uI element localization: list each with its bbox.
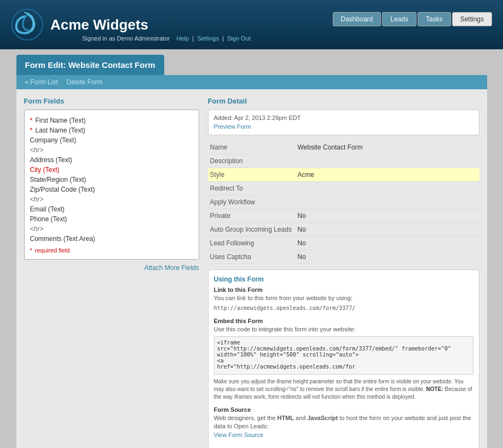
detail-label-description: Description (208, 154, 296, 168)
field-city: City (Text) (30, 165, 193, 175)
field-company: Company (Text) (30, 135, 193, 145)
detail-label-private: Private (208, 209, 296, 223)
breadcrumb-delete[interactable]: Delete Form (67, 78, 103, 86)
settings-link[interactable]: Settings (197, 35, 219, 42)
content-area: Form Fields * First Name (Text) * Last N… (16, 89, 487, 448)
user-info: Signed in as Demo Administrator Help | S… (82, 35, 251, 42)
detail-value-style: Acme (296, 168, 479, 182)
detail-row-private: Private No (208, 209, 479, 223)
app-title: Acme Widgets (50, 16, 148, 33)
detail-value-redirect (296, 182, 479, 196)
link-section-desc: You can link to this form from your webs… (214, 294, 473, 302)
detail-value-workflow (296, 196, 479, 209)
detail-value-description (296, 154, 479, 168)
using-form-title: Using this Form (214, 275, 473, 283)
embed-section: Embed this Form Use this code to integra… (214, 318, 473, 400)
attach-more: Attach More Fields (24, 264, 199, 272)
attach-more-link[interactable]: Attach More Fields (144, 264, 199, 272)
using-form-box: Using this Form Link to this Form You ca… (208, 269, 479, 448)
detail-row-workflow: Apply Workflow (208, 196, 479, 209)
detail-label-captcha: Uses Captcha (208, 250, 296, 264)
field-firstname: * First Name (Text) (30, 116, 193, 125)
breadcrumb-bar: « Form List Delete Form (16, 75, 487, 89)
nav-buttons: Dashboard Leads Tasks Settings (333, 12, 492, 26)
form-detail-title: Form Detail (208, 97, 479, 105)
link-section-title: Link to this Form (214, 286, 473, 293)
detail-row-redirect: Redirect To (208, 182, 479, 196)
field-divider-2: <hr> (30, 194, 193, 204)
form-source-title: Form Source (214, 406, 473, 413)
detail-row-style: Style Acme (208, 168, 479, 182)
detail-table: Name Website Contact Form Description St… (208, 141, 479, 264)
detail-row-description: Description (208, 154, 479, 168)
signout-link[interactable]: Sign Out (227, 35, 251, 42)
required-note: * required field (30, 247, 193, 254)
nav-dashboard[interactable]: Dashboard (333, 12, 381, 26)
left-column: Form Fields * First Name (Text) * Last N… (24, 97, 199, 448)
view-form-source-link[interactable]: View Form Source (214, 432, 263, 438)
detail-value-captcha: No (296, 250, 479, 264)
embed-section-title: Embed this Form (214, 318, 473, 324)
detail-label-redirect: Redirect To (208, 182, 296, 196)
field-divider-1: <hr> (30, 145, 193, 155)
field-phone: Phone (Text) (30, 214, 193, 224)
help-link[interactable]: Help (176, 35, 189, 42)
nav-leads[interactable]: Leads (382, 12, 417, 26)
preview-form-link[interactable]: Preview Form (214, 123, 251, 130)
logo-icon (11, 8, 44, 41)
field-email: Email (Text) (30, 204, 193, 214)
nav-tasks[interactable]: Tasks (418, 12, 451, 26)
embed-code-textarea[interactable]: <iframe src="http://acmewidgets.openlead… (214, 336, 473, 375)
field-zip: Zip/Postal Code (Text) (30, 185, 193, 194)
detail-row-captcha: Uses Captcha No (208, 250, 479, 264)
signed-in-text: Signed in as Demo Administrator (82, 35, 170, 42)
header: Acme Widgets Signed in as Demo Administr… (0, 0, 503, 49)
detail-value-name: Website Contact Form (296, 141, 479, 154)
breadcrumb-form-list[interactable]: « Form List (25, 78, 58, 86)
detail-label-workflow: Apply Workflow (208, 196, 296, 209)
embed-section-desc: Use this code to integrate this form int… (214, 325, 473, 334)
detail-label-following: Lead Following (208, 237, 296, 250)
tab-header: Form Edit: Website Contact Form (16, 55, 164, 75)
link-section: Link to this Form You can link to this f… (214, 286, 473, 312)
detail-label-name: Name (208, 141, 296, 154)
detail-value-autogroup: No (296, 223, 479, 237)
field-state: State/Region (Text) (30, 175, 193, 185)
form-source-desc: Web designers, get the HTML and JavaScri… (214, 414, 473, 439)
field-divider-3: <hr> (30, 224, 193, 234)
embed-note: Make sure you adjust the iframe height p… (214, 378, 473, 401)
detail-value-following: No (296, 237, 479, 250)
detail-row-following: Lead Following No (208, 237, 479, 250)
added-text: Added: Apr 2, 2013 2:29pm EDT (214, 114, 473, 121)
form-source-section: Form Source Web designers, get the HTML … (214, 406, 473, 439)
detail-row-autogroup: Auto Group Incoming Leads No (208, 223, 479, 237)
detail-row-name: Name Website Contact Form (208, 141, 479, 154)
field-lastname: * Last Name (Text) (30, 125, 193, 135)
detail-label-autogroup: Auto Group Incoming Leads (208, 223, 296, 237)
detail-value-private: No (296, 209, 479, 223)
nav-settings[interactable]: Settings (452, 12, 492, 26)
form-fields-box: * First Name (Text) * Last Name (Text) C… (24, 110, 199, 260)
right-column: Form Detail Added: Apr 2, 2013 2:29pm ED… (208, 97, 479, 448)
main-wrapper: Form Edit: Website Contact Form « Form L… (16, 49, 487, 448)
field-comments: Comments (Text Area) (30, 234, 193, 244)
detail-label-style: Style (208, 168, 296, 182)
link-section-url: http://acmewidgets.openleads.com/form/33… (214, 305, 473, 312)
field-address: Address (Text) (30, 155, 193, 165)
form-fields-title: Form Fields (24, 97, 199, 105)
added-box: Added: Apr 2, 2013 2:29pm EDT Preview Fo… (208, 110, 479, 135)
